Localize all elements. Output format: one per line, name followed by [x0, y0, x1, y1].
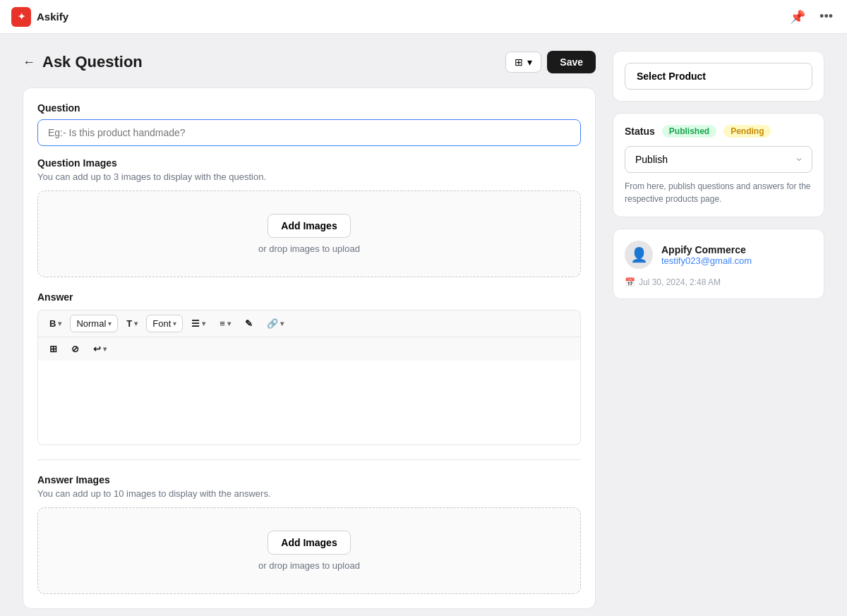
- link-button[interactable]: 🔗 ▾: [261, 315, 289, 332]
- question-add-images-button[interactable]: Add Images: [268, 214, 350, 238]
- page-header: ← Ask Question ⊞ ▾ Save: [23, 51, 596, 73]
- text-type-caret: ▾: [134, 320, 138, 327]
- user-name: Appify Commerce: [661, 244, 752, 255]
- publish-select[interactable]: Publish Draft Pending: [625, 146, 812, 173]
- user-email: testify023@gmail.com: [661, 255, 752, 266]
- question-drop-hint: or drop images to upload: [52, 243, 566, 254]
- image-insert-icon: ⊞: [49, 344, 57, 354]
- app-name: Askify: [37, 11, 68, 23]
- pending-badge: Pending: [723, 125, 771, 138]
- align-caret: ▾: [227, 320, 231, 327]
- status-label: Status: [625, 126, 655, 137]
- app-icon-letter: ✦: [18, 11, 25, 22]
- calendar-icon: 📅: [625, 277, 635, 287]
- avatar-icon: 👤: [630, 246, 648, 263]
- answer-images-hint: You can add up to 10 images to display w…: [37, 488, 581, 499]
- publish-hint: From here, publish questions and answers…: [625, 180, 812, 205]
- bold-caret: ▾: [58, 320, 61, 327]
- filter-button[interactable]: ⊞ ▾: [505, 52, 541, 73]
- date-text: Jul 30, 2024, 2:48 AM: [639, 277, 721, 287]
- font-caret: ▾: [173, 320, 176, 327]
- list-button[interactable]: ☰ ▾: [186, 315, 211, 332]
- question-images-label: Question Images: [37, 157, 581, 169]
- topbar: ✦ Askify 📌 •••: [0, 0, 847, 34]
- right-panel: Select Product Status Published Pending …: [613, 51, 824, 609]
- pin-icon-button[interactable]: 📌: [787, 6, 808, 28]
- published-badge: Published: [662, 125, 716, 138]
- normal-dropdown[interactable]: Normal ▾: [70, 315, 118, 332]
- pen-icon: ✎: [245, 318, 253, 329]
- undo-caret: ▾: [103, 345, 107, 353]
- bold-icon: B: [49, 318, 56, 329]
- save-button-top[interactable]: Save: [547, 51, 596, 73]
- list-icon: ☰: [191, 318, 200, 329]
- filter-icon: ⊞: [515, 56, 523, 68]
- status-row: Status Published Pending: [625, 125, 812, 138]
- user-date: 📅 Jul 30, 2024, 2:48 AM: [625, 277, 812, 287]
- align-button[interactable]: ≡ ▾: [214, 315, 236, 332]
- left-panel: ← Ask Question ⊞ ▾ Save Question Questio…: [23, 51, 596, 609]
- avatar: 👤: [625, 241, 653, 269]
- rich-toolbar: B ▾ Normal ▾ T ▾ Font ▾ ☰ ▾: [37, 310, 581, 337]
- question-card: Question Question Images You can add up …: [23, 87, 596, 609]
- font-label: Font: [152, 318, 171, 329]
- answer-images-label: Answer Images: [37, 474, 581, 485]
- back-button[interactable]: ←: [23, 55, 35, 70]
- app-icon: ✦: [11, 7, 31, 27]
- answer-upload-box[interactable]: Add Images or drop images to upload: [37, 507, 581, 594]
- question-label: Question: [37, 102, 581, 114]
- status-card: Status Published Pending Publish Draft P…: [613, 113, 824, 217]
- undo-icon: ↩: [93, 344, 101, 354]
- topbar-left: ✦ Askify: [11, 7, 68, 27]
- font-dropdown[interactable]: Font ▾: [146, 315, 183, 332]
- image-insert-button[interactable]: ⊞: [44, 340, 63, 358]
- rich-toolbar-2: ⊞ ⊘ ↩ ▾: [37, 337, 581, 361]
- user-info: Appify Commerce testify023@gmail.com: [661, 244, 752, 266]
- link-icon: 🔗: [267, 318, 278, 329]
- brush-button[interactable]: ⊘: [66, 340, 85, 358]
- header-actions: ⊞ ▾ Save: [505, 51, 596, 73]
- section-divider: [37, 459, 581, 460]
- page-title-row: ← Ask Question: [23, 53, 143, 71]
- question-input[interactable]: [37, 119, 581, 146]
- select-product-button[interactable]: Select Product: [625, 63, 812, 90]
- user-card: 👤 Appify Commerce testify023@gmail.com 📅…: [613, 229, 824, 299]
- topbar-right: 📌 •••: [787, 6, 836, 28]
- user-row: 👤 Appify Commerce testify023@gmail.com: [625, 241, 812, 269]
- brush-icon: ⊘: [71, 344, 79, 354]
- align-icon: ≡: [220, 318, 225, 329]
- pen-button[interactable]: ✎: [239, 315, 258, 332]
- answer-editor[interactable]: [37, 361, 581, 445]
- list-caret: ▾: [202, 320, 205, 327]
- filter-chevron: ▾: [527, 56, 532, 68]
- bold-button[interactable]: B ▾: [44, 315, 67, 332]
- text-type-icon: T: [126, 318, 132, 329]
- undo-button[interactable]: ↩ ▾: [88, 340, 112, 358]
- normal-label: Normal: [76, 318, 106, 329]
- answer-add-images-button[interactable]: Add Images: [268, 531, 350, 555]
- answer-label: Answer: [37, 291, 581, 303]
- link-caret: ▾: [280, 320, 284, 327]
- normal-caret: ▾: [108, 320, 112, 327]
- select-product-card: Select Product: [613, 51, 824, 102]
- question-upload-box[interactable]: Add Images or drop images to upload: [37, 191, 581, 277]
- main-layout: ← Ask Question ⊞ ▾ Save Question Questio…: [0, 34, 847, 616]
- page-title: Ask Question: [42, 53, 143, 71]
- more-options-button[interactable]: •••: [817, 6, 836, 27]
- text-type-button[interactable]: T ▾: [121, 315, 143, 332]
- question-images-hint: You can add up to 3 images to display wi…: [37, 171, 581, 182]
- answer-drop-hint: or drop images to upload: [52, 560, 566, 571]
